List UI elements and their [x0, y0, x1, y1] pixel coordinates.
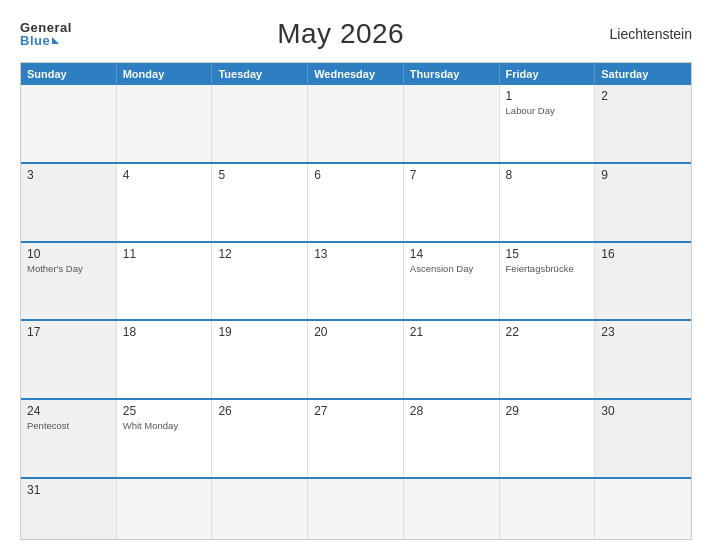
- calendar-row-2: 10Mother's Day11121314Ascension Day15Fei…: [21, 241, 691, 320]
- calendar-cell-1-1: 4: [117, 164, 213, 241]
- calendar-cell-1-2: 5: [212, 164, 308, 241]
- day-event: Feiertagsbrücke: [506, 263, 589, 275]
- calendar-cell-5-1: [117, 479, 213, 539]
- day-number: 8: [506, 168, 589, 182]
- calendar-title: May 2026: [277, 18, 404, 50]
- calendar-cell-5-0: 31: [21, 479, 117, 539]
- day-number: 3: [27, 168, 110, 182]
- day-number: 22: [506, 325, 589, 339]
- calendar-cell-4-3: 27: [308, 400, 404, 477]
- day-number: 11: [123, 247, 206, 261]
- day-number: 18: [123, 325, 206, 339]
- day-number: 20: [314, 325, 397, 339]
- day-number: 21: [410, 325, 493, 339]
- day-number: 12: [218, 247, 301, 261]
- calendar-row-0: 1Labour Day2: [21, 85, 691, 162]
- day-number: 26: [218, 404, 301, 418]
- calendar-cell-2-6: 16: [595, 243, 691, 320]
- day-number: 13: [314, 247, 397, 261]
- day-number: 7: [410, 168, 493, 182]
- calendar-cell-5-6: [595, 479, 691, 539]
- calendar-cell-0-2: [212, 85, 308, 162]
- calendar-cell-0-1: [117, 85, 213, 162]
- calendar-cell-1-0: 3: [21, 164, 117, 241]
- day-number: 30: [601, 404, 685, 418]
- day-event: Whit Monday: [123, 420, 206, 432]
- calendar-cell-2-3: 13: [308, 243, 404, 320]
- calendar-cell-0-0: [21, 85, 117, 162]
- calendar-cell-2-1: 11: [117, 243, 213, 320]
- calendar-cell-0-5: 1Labour Day: [500, 85, 596, 162]
- calendar-cell-4-4: 28: [404, 400, 500, 477]
- calendar-cell-5-5: [500, 479, 596, 539]
- day-number: 29: [506, 404, 589, 418]
- calendar-cell-2-5: 15Feiertagsbrücke: [500, 243, 596, 320]
- calendar-cell-1-5: 8: [500, 164, 596, 241]
- calendar-row-4: 24Pentecost25Whit Monday2627282930: [21, 398, 691, 477]
- day-event: Pentecost: [27, 420, 110, 432]
- day-event: Labour Day: [506, 105, 589, 117]
- calendar: Sunday Monday Tuesday Wednesday Thursday…: [20, 62, 692, 540]
- calendar-cell-3-1: 18: [117, 321, 213, 398]
- calendar-cell-4-6: 30: [595, 400, 691, 477]
- day-number: 16: [601, 247, 685, 261]
- header-tuesday: Tuesday: [212, 63, 308, 85]
- calendar-cell-5-3: [308, 479, 404, 539]
- calendar-cell-0-4: [404, 85, 500, 162]
- calendar-body: 1Labour Day2345678910Mother's Day1112131…: [21, 85, 691, 539]
- header-saturday: Saturday: [595, 63, 691, 85]
- header-monday: Monday: [117, 63, 213, 85]
- calendar-cell-3-3: 20: [308, 321, 404, 398]
- day-number: 9: [601, 168, 685, 182]
- day-number: 17: [27, 325, 110, 339]
- day-number: 28: [410, 404, 493, 418]
- day-number: 31: [27, 483, 110, 497]
- header-thursday: Thursday: [404, 63, 500, 85]
- calendar-row-1: 3456789: [21, 162, 691, 241]
- calendar-cell-4-0: 24Pentecost: [21, 400, 117, 477]
- day-number: 1: [506, 89, 589, 103]
- calendar-row-5: 31: [21, 477, 691, 539]
- calendar-cell-5-2: [212, 479, 308, 539]
- calendar-cell-2-0: 10Mother's Day: [21, 243, 117, 320]
- day-number: 25: [123, 404, 206, 418]
- logo-blue-text: Blue: [20, 34, 72, 47]
- calendar-cell-3-0: 17: [21, 321, 117, 398]
- logo-triangle-icon: [52, 37, 59, 44]
- calendar-cell-1-6: 9: [595, 164, 691, 241]
- calendar-cell-0-6: 2: [595, 85, 691, 162]
- day-number: 19: [218, 325, 301, 339]
- day-number: 14: [410, 247, 493, 261]
- header-wednesday: Wednesday: [308, 63, 404, 85]
- calendar-cell-1-4: 7: [404, 164, 500, 241]
- day-number: 10: [27, 247, 110, 261]
- day-number: 23: [601, 325, 685, 339]
- day-number: 2: [601, 89, 685, 103]
- calendar-cell-0-3: [308, 85, 404, 162]
- day-number: 24: [27, 404, 110, 418]
- calendar-cell-3-2: 19: [212, 321, 308, 398]
- day-number: 15: [506, 247, 589, 261]
- calendar-cell-3-6: 23: [595, 321, 691, 398]
- calendar-header: Sunday Monday Tuesday Wednesday Thursday…: [21, 63, 691, 85]
- calendar-cell-4-2: 26: [212, 400, 308, 477]
- calendar-cell-1-3: 6: [308, 164, 404, 241]
- country-label: Liechtenstein: [609, 26, 692, 42]
- calendar-cell-3-5: 22: [500, 321, 596, 398]
- calendar-cell-5-4: [404, 479, 500, 539]
- day-number: 5: [218, 168, 301, 182]
- calendar-row-3: 17181920212223: [21, 319, 691, 398]
- calendar-cell-2-4: 14Ascension Day: [404, 243, 500, 320]
- day-event: Ascension Day: [410, 263, 493, 275]
- calendar-cell-2-2: 12: [212, 243, 308, 320]
- page: General Blue May 2026 Liechtenstein Sund…: [0, 0, 712, 550]
- header: General Blue May 2026 Liechtenstein: [20, 18, 692, 50]
- calendar-cell-3-4: 21: [404, 321, 500, 398]
- day-number: 27: [314, 404, 397, 418]
- header-sunday: Sunday: [21, 63, 117, 85]
- day-event: Mother's Day: [27, 263, 110, 275]
- calendar-cell-4-5: 29: [500, 400, 596, 477]
- logo: General Blue: [20, 21, 72, 47]
- day-number: 4: [123, 168, 206, 182]
- header-friday: Friday: [500, 63, 596, 85]
